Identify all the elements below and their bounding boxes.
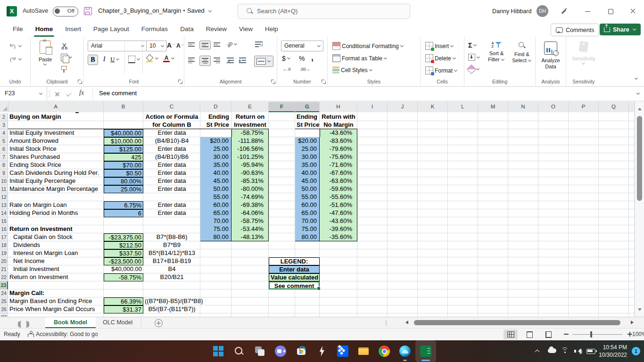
zoom-level[interactable]: 100%	[632, 331, 643, 337]
row-header-4[interactable]: 4	[0, 129, 8, 137]
excel-taskbar-button[interactable]	[415, 340, 436, 362]
cell-D3[interactable]: St Price	[200, 121, 231, 129]
cell-C14[interactable]: Enter data	[143, 209, 200, 217]
column-header-F[interactable]: F	[269, 102, 295, 112]
column-header-Q[interactable]: Q	[599, 102, 629, 112]
fill-button[interactable]	[468, 54, 480, 61]
lightning-taskbar-button[interactable]	[312, 340, 332, 362]
row-header-11[interactable]: 11	[0, 185, 8, 193]
find-select-button[interactable]: Find & Select	[511, 41, 533, 64]
row-header-18[interactable]: 18	[0, 241, 8, 249]
cell-C13[interactable]: Enter data	[143, 201, 200, 209]
cell-B17[interactable]: -$23,375.00	[104, 233, 143, 241]
cell-G6[interactable]: 25.00	[295, 145, 320, 153]
cell-D7[interactable]: 30.00	[200, 153, 231, 161]
row-header-10[interactable]: 10	[0, 177, 8, 185]
comments-button[interactable]: Comments	[551, 24, 599, 36]
share-button[interactable]: Share	[600, 24, 641, 35]
accounting-format-button[interactable]: $	[282, 55, 291, 62]
cell-C21[interactable]: B4	[143, 265, 200, 273]
row-header-3[interactable]: 3	[0, 121, 8, 129]
cell-C4[interactable]: Enter data	[143, 129, 200, 137]
cell-G9[interactable]: 40.00	[295, 169, 320, 177]
sheet-tab-olc-model[interactable]: OLC Model	[94, 317, 141, 328]
ribbon-tab-help[interactable]: Help	[259, 23, 284, 37]
cell-H17[interactable]: -35.60%	[320, 233, 357, 241]
cell-C18[interactable]: B7*B9	[143, 241, 200, 249]
cell-H4[interactable]: -43.60%	[320, 129, 357, 137]
cell-B13[interactable]: 6.75%	[104, 201, 143, 209]
cell-C9[interactable]: Enter data	[143, 169, 200, 177]
row-header-2[interactable]: 2	[0, 113, 8, 121]
alignment-dialog-launcher-icon[interactable]	[271, 79, 275, 84]
cell-A9[interactable]: Cash Dividends During Hold Per.	[8, 169, 104, 177]
comma-style-button[interactable]: ,	[311, 53, 314, 63]
cell-E14[interactable]: -64.06%	[231, 209, 269, 217]
cell-G3[interactable]: St Price	[295, 121, 320, 129]
cell-A8[interactable]: Ending Stock Price	[8, 161, 104, 169]
cell-A25[interactable]: Margin Based on Ending Price	[8, 297, 104, 305]
align-center-button[interactable]	[199, 56, 211, 66]
cell-B19[interactable]: $337.50	[104, 249, 143, 257]
font-color-button[interactable]: A	[163, 55, 175, 62]
expand-formula-bar-icon[interactable]	[636, 92, 640, 96]
ribbon-tab-insert[interactable]: Insert	[59, 23, 87, 37]
onedrive-icon[interactable]	[548, 348, 556, 353]
document-title[interactable]: Chapter_3_Buying_on_Margin•Saved	[98, 7, 212, 14]
row-header-14[interactable]: 14	[0, 209, 8, 217]
row-header-27[interactable]: 27	[0, 313, 8, 317]
row-header-12[interactable]: 12	[0, 193, 8, 201]
cell-E11[interactable]: -80.00%	[231, 185, 269, 193]
column-header-C[interactable]: C	[143, 102, 200, 112]
scroll-left-icon[interactable]	[404, 321, 408, 324]
name-box[interactable]: F23	[0, 87, 47, 100]
shrink-font-button[interactable]: Aˇ	[176, 42, 183, 49]
align-top-button[interactable]	[188, 42, 195, 47]
cell-E16[interactable]: -53.44%	[231, 225, 269, 233]
cell-E6[interactable]: -106.56%	[231, 145, 269, 153]
cell-G16[interactable]: 75.00	[295, 225, 320, 233]
align-right-button[interactable]	[214, 58, 220, 63]
cell-D2[interactable]: Ending	[200, 113, 231, 121]
horizontal-scroll-thumb[interactable]	[414, 320, 620, 325]
cell-B10[interactable]: 80.00%	[104, 177, 143, 185]
cell-C2[interactable]: Action or Formula	[143, 113, 200, 121]
cell-F22[interactable]: Value calculated	[269, 273, 320, 281]
cell-H8[interactable]: -71.60%	[320, 161, 357, 169]
undo-button[interactable]	[8, 42, 22, 50]
file-explorer-taskbar-button[interactable]	[353, 340, 374, 362]
cell-A13[interactable]: Rate on Margin Loan	[8, 201, 104, 209]
scroll-right-icon[interactable]	[631, 321, 636, 324]
cancel-entry-button[interactable]	[55, 91, 60, 97]
cell-E4[interactable]: -58.75%	[231, 129, 269, 137]
chat-taskbar-button[interactable]	[270, 340, 291, 362]
cell-A11[interactable]: Maintenance Margin Percentage	[8, 185, 104, 193]
percent-style-button[interactable]: %	[299, 55, 305, 62]
cell-H11[interactable]: -59.60%	[320, 185, 357, 193]
cell-A6[interactable]: Initial Stock Price	[8, 145, 104, 153]
row-header-21[interactable]: 21	[0, 265, 8, 273]
cell-C22[interactable]: B20/B21	[143, 273, 200, 281]
wrap-text-button[interactable]	[255, 41, 263, 47]
cell-A22[interactable]: Return on Investment	[8, 273, 104, 281]
cell-E12[interactable]: -74.69%	[231, 193, 269, 201]
task-view-taskbar-button[interactable]	[249, 340, 270, 362]
align-middle-button[interactable]	[199, 41, 211, 49]
row-header-6[interactable]: 6	[0, 145, 8, 153]
cell-B14[interactable]: 6	[104, 209, 143, 217]
scroll-up-icon[interactable]	[638, 106, 642, 110]
align-bottom-button[interactable]	[214, 42, 220, 47]
cell-E2[interactable]: Return on	[231, 113, 269, 121]
cell-G2[interactable]: Ending	[295, 113, 320, 121]
close-button[interactable]	[623, 0, 643, 23]
decrease-decimal-button[interactable]: .00→	[300, 67, 310, 72]
analyze-data-button[interactable]: Analyze Data	[539, 41, 562, 70]
edge-taskbar-button[interactable]	[395, 340, 415, 362]
ribbon-tab-home[interactable]: Home	[29, 23, 59, 37]
page-layout-view-button[interactable]	[522, 329, 537, 339]
cell-F21[interactable]: Enter data	[269, 265, 320, 273]
cell-E7[interactable]: -101.25%	[231, 153, 269, 161]
cell-F20[interactable]: LEGEND:	[269, 257, 320, 265]
cell-A3[interactable]	[8, 121, 104, 129]
ribbon-tab-review[interactable]: Review	[200, 23, 233, 37]
